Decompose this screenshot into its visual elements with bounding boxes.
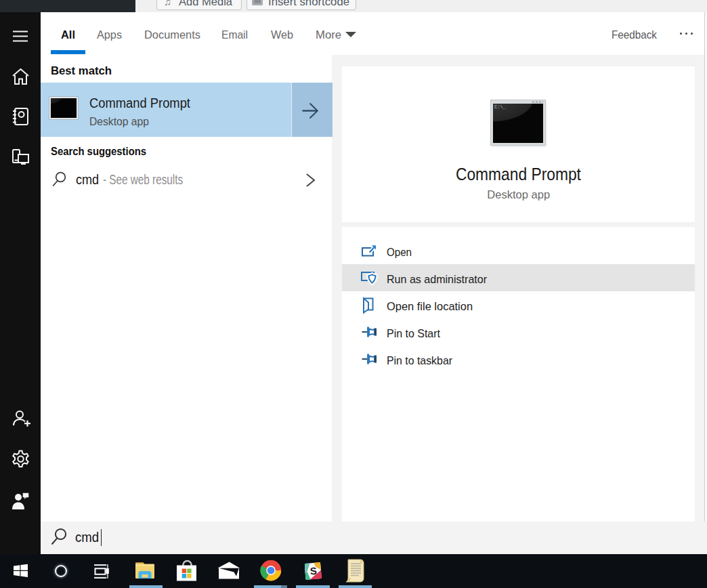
svg-text:S: S [309,565,317,577]
